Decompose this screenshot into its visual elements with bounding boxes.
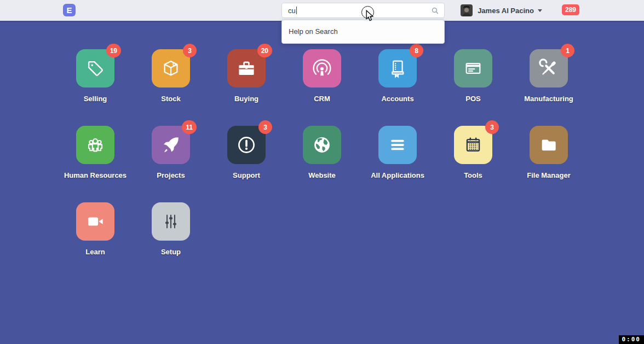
search-area: cu Help on Search — [281, 3, 445, 18]
sliders-icon[interactable] — [152, 202, 190, 241]
app-stock[interactable]: 3 Stock — [133, 44, 209, 120]
app-label: Learn — [85, 248, 105, 256]
app-projects[interactable]: 11 Projects — [133, 120, 209, 197]
podcast-icon[interactable] — [303, 49, 341, 88]
text-caret — [296, 7, 297, 14]
app-logo[interactable]: E — [63, 4, 76, 16]
screen-recording-timer: 0:00 — [619, 335, 644, 344]
app-label: CRM — [314, 95, 330, 103]
app-badge-count: 3 — [258, 120, 272, 134]
app-grid: 19 Selling 3 Stock 20 Buying CRM 8 Accou… — [58, 44, 586, 273]
people-icon[interactable] — [76, 126, 114, 164]
app-manufacturing[interactable]: 1 Manufacturing — [511, 44, 586, 120]
globe-icon[interactable] — [303, 126, 341, 164]
app-label: Projects — [157, 171, 185, 179]
app-label: Manufacturing — [524, 95, 573, 103]
folder-icon[interactable] — [530, 126, 568, 164]
user-menu[interactable]: James Al Pacino — [461, 0, 542, 21]
dropdown-item[interactable]: Help on Search — [282, 21, 444, 42]
app-badge-count: 19 — [106, 44, 121, 57]
card-icon[interactable] — [454, 49, 492, 88]
app-badge-count: 11 — [182, 120, 197, 134]
app-all-applications[interactable]: All Applications — [360, 120, 435, 197]
app-badge-count: 20 — [257, 44, 272, 57]
app-website[interactable]: Website — [284, 120, 360, 197]
app-tools[interactable]: 3 Tools — [435, 120, 511, 197]
app-file-manager[interactable]: File Manager — [511, 120, 586, 197]
app-badge-count: 3 — [485, 120, 499, 134]
app-label: All Applications — [371, 171, 424, 179]
app-crm[interactable]: CRM — [284, 44, 360, 120]
app-learn[interactable]: Learn — [58, 197, 133, 273]
app-label: File Manager — [527, 171, 570, 179]
app-pos[interactable]: POS — [435, 44, 511, 120]
app-setup[interactable]: Setup — [133, 197, 209, 273]
app-label: Website — [308, 171, 336, 179]
video-icon[interactable] — [76, 202, 114, 241]
app-label: Buying — [234, 95, 258, 103]
top-navbar: E cu Help on Search James Al Pacino 2 — [0, 0, 644, 21]
search-icon — [430, 6, 440, 15]
app-buying[interactable]: 20 Buying — [209, 44, 284, 120]
app-label: Human Resources — [64, 171, 127, 179]
app-badge-count: 3 — [183, 44, 197, 57]
app-human-resources[interactable]: Human Resources — [58, 120, 133, 197]
notifications-badge[interactable]: 289 — [562, 4, 579, 15]
user-avatar — [461, 4, 473, 16]
app-label: Support — [233, 171, 260, 179]
app-accounts[interactable]: 8 Accounts — [360, 44, 435, 120]
menu-icon[interactable] — [378, 126, 417, 164]
app-support[interactable]: 3 Support — [209, 120, 284, 197]
app-label: Setup — [161, 248, 181, 256]
search-dropdown: Help on Search — [281, 20, 445, 44]
app-selling[interactable]: 19 Selling — [58, 44, 133, 120]
search-input-value: cu — [288, 7, 296, 15]
app-label: Accounts — [381, 95, 413, 103]
app-badge-count: 8 — [410, 44, 423, 57]
app-label: Tools — [464, 171, 482, 179]
app-label: POS — [465, 95, 480, 103]
app-badge-count: 1 — [561, 44, 574, 57]
chevron-down-icon — [538, 9, 542, 12]
app-label: Selling — [84, 95, 107, 103]
search-input[interactable]: cu — [281, 3, 445, 18]
user-name: James Al Pacino — [478, 7, 534, 15]
app-label: Stock — [161, 95, 180, 103]
